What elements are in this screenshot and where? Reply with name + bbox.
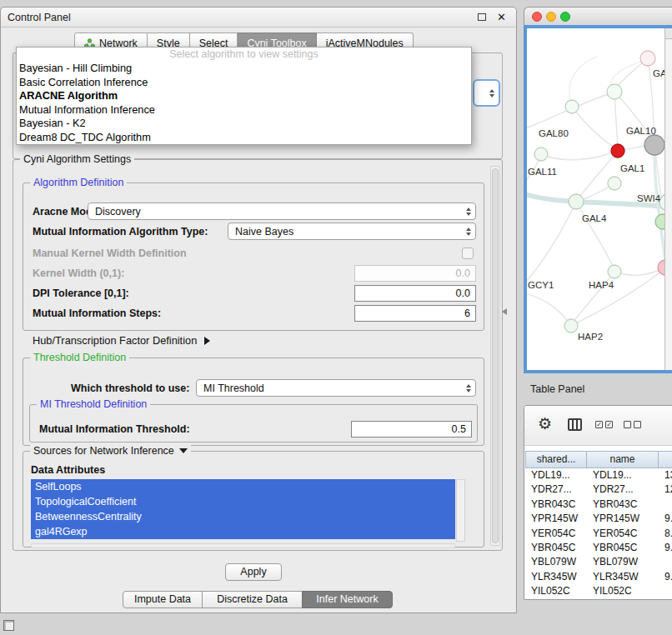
aracne-mode-select[interactable]: Discovery — [88, 202, 476, 220]
table-cell[interactable]: 9. — [659, 512, 672, 526]
table-cell[interactable]: YER054C — [525, 527, 587, 541]
restore-panel-icon[interactable] — [3, 620, 14, 631]
network-node[interactable] — [611, 144, 624, 158]
network-node[interactable] — [565, 100, 579, 113]
tab-discretize-data[interactable]: Discretize Data — [202, 591, 303, 608]
attribute-betweennesscentrality[interactable]: BetweennessCentrality — [31, 509, 455, 524]
network-node[interactable] — [569, 194, 584, 209]
algorithm-option-bayesian-k2[interactable]: Bayesian - K2 — [17, 117, 471, 131]
table-cell[interactable] — [659, 555, 672, 569]
attribute-selfloops[interactable]: SelfLoops — [31, 479, 455, 494]
table-cell[interactable]: YBL079W — [587, 555, 659, 569]
minimize-traffic-light-icon[interactable] — [546, 12, 556, 22]
scrollbar-thumb[interactable] — [492, 168, 499, 543]
table-cell[interactable]: YBR045C — [587, 541, 659, 555]
algorithm-option-mutual-information-inference[interactable]: Mutual Information Inference — [17, 103, 471, 118]
network-edge[interactable] — [541, 152, 612, 160]
mi-threshold-input[interactable]: 0.5 — [351, 421, 472, 438]
network-node[interactable] — [640, 51, 655, 66]
zoom-traffic-light-icon[interactable] — [560, 12, 570, 22]
table-cell[interactable]: YDL19... — [525, 468, 587, 482]
column-header-shared[interactable]: shared... — [525, 451, 587, 468]
panel-splitter-arrow[interactable] — [502, 308, 507, 315]
table-cell[interactable]: 9. — [659, 570, 672, 584]
table-body: YDL19...YDL19...13YDR27...YDR27...12YBR0… — [525, 468, 672, 599]
table-cell[interactable]: YDL19... — [587, 468, 659, 482]
table-row[interactable]: YPR145WYPR145W9. — [525, 512, 672, 526]
dpi-tolerance-input[interactable]: 0.0 — [354, 285, 476, 302]
attributes-horizontal-scrollbar[interactable] — [31, 543, 455, 548]
network-node[interactable] — [608, 265, 621, 278]
table-cell[interactable]: YBR043C — [587, 498, 659, 512]
algorithm-option-bayesian-hill-climbing[interactable]: Bayesian - Hill Climbing — [17, 62, 471, 76]
network-node[interactable] — [564, 319, 578, 332]
network-node[interactable] — [607, 84, 622, 99]
network-edge[interactable] — [527, 293, 571, 326]
network-window-titlebar[interactable] — [524, 7, 672, 25]
table-row[interactable]: YBR043CYBR043C — [525, 498, 672, 512]
table-cell[interactable]: YLR345W — [525, 570, 587, 584]
network-edge[interactable] — [578, 151, 618, 199]
network-node[interactable] — [644, 135, 664, 155]
table-row[interactable]: YLR345WYLR345W9. — [525, 570, 672, 584]
table-cell[interactable]: 9. — [659, 541, 672, 555]
algorithm-combo-focused-end[interactable] — [473, 79, 500, 107]
table-row[interactable]: YBR045CYBR045C9. — [525, 541, 672, 555]
table-cell[interactable]: YPR145W — [525, 512, 587, 526]
hub-definition-toggle[interactable]: Hub/Transcription Factor Definition — [33, 334, 210, 347]
table-cell[interactable]: YIL052C — [587, 584, 659, 598]
scrollbar-button[interactable] — [665, 28, 672, 39]
network-vertical-scrollbar[interactable] — [664, 28, 672, 370]
mi-algorithm-type-select[interactable]: Naive Bayes — [228, 222, 476, 240]
table-cell[interactable]: 12 — [659, 482, 672, 497]
table-row[interactable]: YDR27...YDR27...12 — [525, 482, 672, 497]
table-cell[interactable] — [659, 498, 672, 512]
table-cell[interactable]: YDR27... — [587, 482, 659, 497]
table-row[interactable]: YBL079WYBL079W — [525, 555, 672, 569]
table-cell[interactable]: YDR27... — [525, 482, 587, 497]
deselect-columns-icon[interactable] — [624, 421, 641, 428]
table-cell[interactable]: YBL079W — [525, 555, 587, 569]
table-cell[interactable]: YBR043C — [525, 498, 587, 512]
sources-toggle[interactable]: Sources for Network Inference — [30, 445, 191, 457]
gear-icon[interactable]: ⚙ — [538, 414, 552, 434]
network-node[interactable] — [608, 177, 621, 190]
settings-scrollbar[interactable] — [490, 166, 500, 546]
network-canvas[interactable]: GAL80GAL10GAL11GAL1SWI4GAL4GCY1HAP4HAP2G… — [524, 25, 672, 373]
table-cell[interactable]: 8. — [659, 527, 672, 541]
which-threshold-select[interactable]: MI Threshold — [196, 379, 476, 397]
column-header-name[interactable]: name — [587, 451, 659, 468]
column-header-col3[interactable] — [659, 451, 672, 468]
table-cell[interactable]: YBR045C — [525, 541, 587, 555]
network-node[interactable] — [534, 148, 548, 161]
table-row[interactable]: YIL052CYIL052C — [525, 584, 672, 598]
algorithm-option-dream8-dc-tdc-algorithm[interactable]: Dream8 DC_TDC Algorithm — [17, 131, 471, 145]
close-window-icon[interactable]: ✕ — [497, 11, 506, 23]
table-row[interactable]: YDL19...YDL19...13 — [525, 468, 672, 482]
algorithm-option-basic-correlation-inference[interactable]: Basic Correlation Inference — [17, 76, 471, 90]
apply-button[interactable]: Apply — [225, 563, 282, 581]
attributes-vertical-scrollbar[interactable] — [456, 479, 465, 542]
table-cell[interactable] — [659, 584, 672, 598]
network-edge[interactable] — [527, 202, 576, 282]
attribute-gal4rgexp[interactable]: gal4RGexp — [31, 524, 455, 539]
network-edge[interactable] — [569, 57, 597, 107]
network-edge[interactable] — [572, 107, 616, 149]
table-cell[interactable]: YIL052C — [525, 584, 587, 598]
tab-impute-data[interactable]: Impute Data — [123, 591, 203, 608]
close-traffic-light-icon[interactable] — [532, 12, 542, 22]
network-edge[interactable] — [614, 92, 618, 149]
attribute-topologicalcoefficient[interactable]: TopologicalCoefficient — [31, 494, 455, 509]
network-edge[interactable] — [576, 202, 614, 268]
select-all-columns-icon[interactable]: ✓ ✓ — [595, 421, 613, 428]
algorithm-option-aracne-algorithm[interactable]: ARACNE Algorithm — [17, 89, 471, 103]
table-cell[interactable]: YER054C — [587, 527, 659, 541]
table-row[interactable]: YER054CYER054C8. — [525, 527, 672, 541]
float-window-icon[interactable] — [478, 13, 486, 21]
table-cell[interactable]: YPR145W — [587, 512, 659, 526]
column-visibility-icon[interactable] — [568, 418, 582, 431]
table-cell[interactable]: 13 — [659, 468, 672, 482]
table-cell[interactable]: YLR345W — [587, 570, 659, 584]
tab-infer-network[interactable]: Infer Network — [302, 591, 393, 608]
mi-steps-input[interactable]: 6 — [354, 305, 476, 322]
